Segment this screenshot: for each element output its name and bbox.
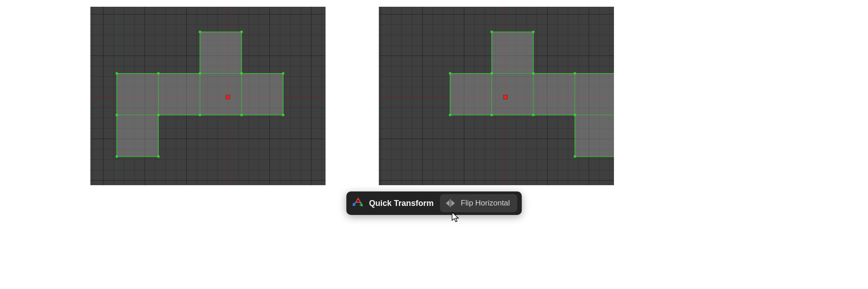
uv-vertex[interactable] xyxy=(491,31,493,33)
uv-vertex[interactable] xyxy=(449,72,451,75)
flip-horizontal-button[interactable]: Flip Horizontal xyxy=(440,194,517,212)
uv-vertex[interactable] xyxy=(116,155,118,158)
uv-vertex[interactable] xyxy=(491,72,493,75)
cursor-icon xyxy=(451,211,460,223)
uv-vertex[interactable] xyxy=(199,114,201,116)
uv-shape-before[interactable] xyxy=(90,7,226,75)
uv-vertex[interactable] xyxy=(241,72,243,75)
flip-horizontal-label: Flip Horizontal xyxy=(461,199,510,208)
uv-face[interactable] xyxy=(200,32,241,74)
uv-vertex[interactable] xyxy=(116,114,118,116)
uv-vertex[interactable] xyxy=(199,31,201,33)
uv-face[interactable] xyxy=(492,32,533,74)
uv-face[interactable] xyxy=(533,74,575,115)
quick-transform-toolbar: Quick Transform Flip Horizontal xyxy=(346,191,522,215)
stage: Quick Transform Flip Horizontal xyxy=(0,0,868,289)
uv-vertex[interactable] xyxy=(199,72,201,75)
uv-face[interactable] xyxy=(200,74,241,115)
pivot-point[interactable] xyxy=(226,95,230,99)
uv-vertex[interactable] xyxy=(282,114,284,116)
uv-face[interactable] xyxy=(117,115,158,157)
uv-viewport-before[interactable] xyxy=(90,7,326,185)
quick-transform-icon xyxy=(352,197,364,210)
uv-face[interactable] xyxy=(575,74,614,115)
uv-shape-after[interactable] xyxy=(379,7,514,75)
uv-face[interactable] xyxy=(450,74,492,115)
uv-vertex[interactable] xyxy=(282,72,284,75)
uv-vertex[interactable] xyxy=(574,114,576,116)
uv-vertex[interactable] xyxy=(532,114,534,116)
flip-horizontal-icon xyxy=(445,199,455,208)
uv-face[interactable] xyxy=(241,74,283,115)
pivot-point[interactable] xyxy=(504,95,507,99)
uv-vertex[interactable] xyxy=(532,72,534,75)
uv-vertex[interactable] xyxy=(241,114,243,116)
uv-vertex[interactable] xyxy=(157,114,160,116)
uv-face[interactable] xyxy=(492,74,533,115)
uv-vertex[interactable] xyxy=(241,31,243,33)
uv-vertex[interactable] xyxy=(449,114,451,116)
toolbar-title: Quick Transform xyxy=(369,199,434,208)
uv-vertex[interactable] xyxy=(574,155,576,158)
uv-face[interactable] xyxy=(117,74,158,115)
uv-vertex[interactable] xyxy=(574,72,576,75)
uv-vertex[interactable] xyxy=(157,72,160,75)
uv-vertex[interactable] xyxy=(157,155,160,158)
uv-face[interactable] xyxy=(158,74,200,115)
uv-vertex[interactable] xyxy=(116,72,118,75)
uv-vertex[interactable] xyxy=(491,114,493,116)
uv-viewport-after[interactable] xyxy=(379,7,614,185)
uv-face[interactable] xyxy=(575,115,614,157)
uv-vertex[interactable] xyxy=(532,31,534,33)
